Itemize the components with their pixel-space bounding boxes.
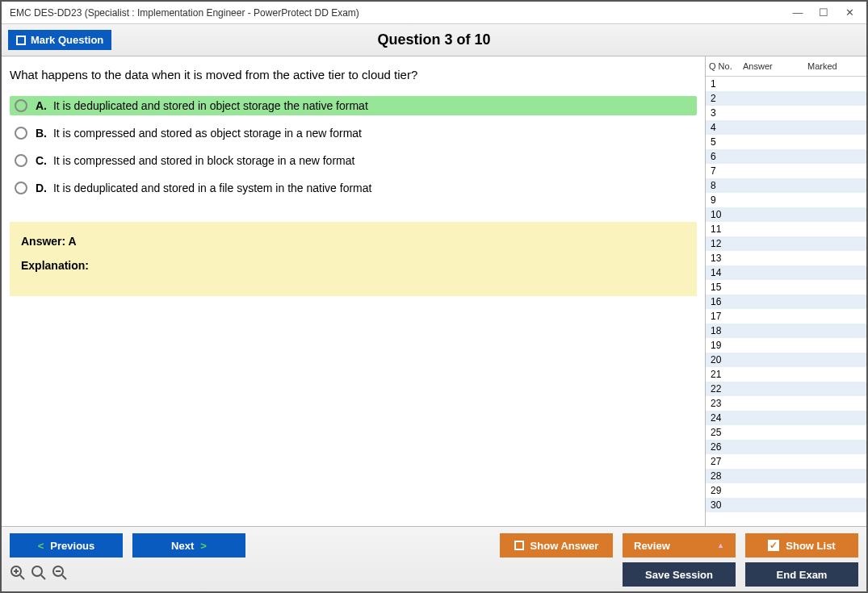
- body: What happens to the data when it is move…: [2, 56, 866, 526]
- radio-icon: [15, 127, 27, 140]
- end-exam-button[interactable]: End Exam: [745, 562, 858, 587]
- option-D[interactable]: D. It is deduplicated and stored in a fi…: [10, 178, 697, 198]
- col-qno: Q No.: [706, 60, 740, 73]
- triangle-up-icon: ▲: [717, 541, 724, 549]
- question-text: What happens to the data when it is move…: [10, 68, 697, 81]
- window-controls: — ☐ ✕: [792, 7, 862, 19]
- question-row[interactable]: 12: [706, 236, 866, 251]
- question-row[interactable]: 10: [706, 207, 866, 222]
- question-row[interactable]: 30: [706, 498, 866, 512]
- svg-line-1: [20, 575, 24, 579]
- option-B[interactable]: B. It is compressed and stored as object…: [10, 123, 697, 143]
- chevron-left-icon: <: [38, 540, 44, 552]
- question-row[interactable]: 28: [706, 469, 866, 483]
- question-row[interactable]: 4: [706, 120, 866, 135]
- previous-button[interactable]: < Previous: [10, 533, 123, 558]
- show-list-button[interactable]: ✓ Show List: [745, 533, 858, 558]
- question-row[interactable]: 1: [706, 77, 866, 91]
- radio-icon: [15, 182, 27, 194]
- maximize-icon[interactable]: ☐: [818, 7, 829, 19]
- show-answer-button[interactable]: Show Answer: [500, 533, 613, 558]
- next-button[interactable]: Next >: [132, 533, 245, 558]
- col-answer: Answer: [740, 60, 804, 73]
- svg-point-4: [32, 566, 42, 576]
- question-row[interactable]: 26: [706, 440, 866, 454]
- question-row[interactable]: 13: [706, 251, 866, 265]
- question-row[interactable]: 24: [706, 411, 866, 425]
- question-row[interactable]: 20: [706, 353, 866, 367]
- question-row[interactable]: 7: [706, 164, 866, 178]
- zoom-out-icon[interactable]: [52, 565, 68, 585]
- question-row[interactable]: 27: [706, 454, 866, 469]
- option-A[interactable]: A. It is deduplicated and stored in obje…: [10, 96, 697, 115]
- question-row[interactable]: 22: [706, 382, 866, 396]
- app-window: EMC DES-DD23 (Specialist : Implementatio…: [0, 0, 868, 593]
- radio-icon: [15, 154, 27, 167]
- question-row[interactable]: 29: [706, 483, 866, 498]
- chevron-right-icon: >: [200, 540, 207, 552]
- checkbox-icon: [16, 35, 26, 45]
- question-row[interactable]: 3: [706, 106, 866, 120]
- question-row[interactable]: 25: [706, 425, 866, 440]
- titlebar: EMC DES-DD23 (Specialist : Implementatio…: [2, 2, 866, 24]
- close-icon[interactable]: ✕: [844, 7, 855, 19]
- question-row[interactable]: 23: [706, 396, 866, 411]
- zoom-in-icon[interactable]: [10, 565, 26, 585]
- footer: < Previous Next > Show Answer Review ▲ ✓…: [2, 526, 866, 591]
- mark-question-button[interactable]: Mark Question: [8, 30, 111, 50]
- question-row[interactable]: 16: [706, 294, 866, 309]
- question-row[interactable]: 6: [706, 149, 866, 164]
- checked-icon: ✓: [768, 540, 779, 551]
- question-row[interactable]: 14: [706, 265, 866, 280]
- mark-question-label: Mark Question: [31, 34, 103, 46]
- save-session-button[interactable]: Save Session: [623, 562, 736, 587]
- answer-box: Answer: A Explanation:: [10, 222, 697, 296]
- question-row[interactable]: 2: [706, 91, 866, 106]
- question-row[interactable]: 9: [706, 193, 866, 207]
- explanation-label: Explanation:: [21, 259, 686, 272]
- question-list-header: Q No. Answer Marked: [706, 56, 866, 77]
- question-row[interactable]: 18: [706, 324, 866, 338]
- zoom-reset-icon[interactable]: [31, 565, 47, 585]
- question-list-body[interactable]: 1234567891011121314151617181920212223242…: [706, 77, 866, 526]
- options-list: A. It is deduplicated and stored in obje…: [10, 96, 697, 198]
- question-row[interactable]: 19: [706, 338, 866, 353]
- answer-line: Answer: A: [21, 235, 686, 248]
- question-row[interactable]: 5: [706, 135, 866, 149]
- question-list-panel: Q No. Answer Marked 12345678910111213141…: [705, 56, 866, 526]
- zoom-controls: [10, 565, 68, 585]
- question-area: What happens to the data when it is move…: [2, 56, 705, 526]
- minimize-icon[interactable]: —: [792, 7, 803, 19]
- topbar: Mark Question Question 3 of 10: [2, 24, 866, 56]
- svg-line-5: [41, 575, 45, 579]
- question-row[interactable]: 21: [706, 367, 866, 382]
- svg-line-7: [62, 575, 66, 579]
- col-marked: Marked: [804, 60, 866, 73]
- question-row[interactable]: 11: [706, 222, 866, 236]
- question-row[interactable]: 17: [706, 309, 866, 324]
- review-button[interactable]: Review ▲: [623, 533, 736, 558]
- question-row[interactable]: 15: [706, 280, 866, 294]
- radio-icon: [15, 99, 27, 112]
- question-counter: Question 3 of 10: [2, 31, 866, 48]
- question-row[interactable]: 8: [706, 178, 866, 193]
- checkbox-icon: [514, 541, 524, 550]
- window-title: EMC DES-DD23 (Specialist : Implementatio…: [6, 7, 359, 19]
- option-C[interactable]: C. It is compressed and stored in block …: [10, 151, 697, 170]
